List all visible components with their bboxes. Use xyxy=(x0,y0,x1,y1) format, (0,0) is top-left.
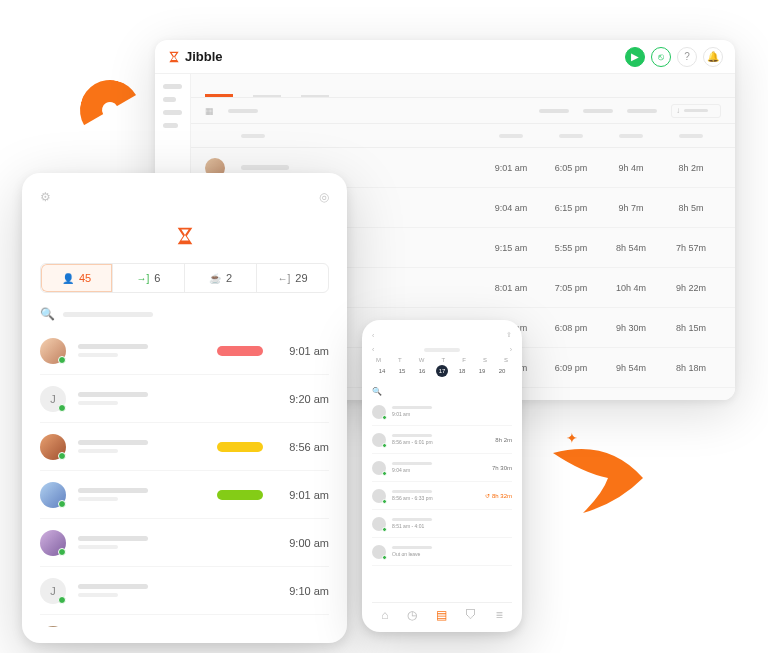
col-in: 9:04 am xyxy=(481,203,541,213)
decorative-plus-icon: ✦ xyxy=(566,430,578,446)
segment-all[interactable]: 👤 45 xyxy=(41,264,113,292)
sidebar-item[interactable] xyxy=(163,110,182,115)
col-in: 8:01 am xyxy=(481,283,541,293)
list-item[interactable]: 8:51 am - 4:01 xyxy=(372,510,512,538)
desktop-toolbar: ▦ xyxy=(191,98,735,124)
status-dot xyxy=(58,596,66,604)
segment-value: 2 xyxy=(226,272,232,284)
sidebar-item[interactable] xyxy=(163,84,182,89)
list-item[interactable]: 8:56 am - 6:01 pm8h 2m xyxy=(372,426,512,454)
jibble-logo-icon xyxy=(174,225,196,247)
back-icon[interactable]: ‹ xyxy=(372,332,374,339)
list-item[interactable]: 9:01 am xyxy=(40,471,329,519)
decorative-swoosh-left xyxy=(73,73,146,146)
cal-day-label: T xyxy=(441,357,445,363)
list-item[interactable]: 9:00 am xyxy=(40,519,329,567)
tablet-window: ⚙ ◎ 👤 45 →] 6 ☕ 2 ←] 29 🔍 9:01 amJ9:20 a… xyxy=(22,173,347,643)
segment-break[interactable]: ☕ 2 xyxy=(185,264,257,292)
next-icon[interactable]: › xyxy=(510,346,512,353)
search-placeholder xyxy=(63,312,153,317)
list-item[interactable]: Out on leave xyxy=(372,538,512,566)
target-icon[interactable]: ◎ xyxy=(319,190,329,204)
list-item[interactable]: 9:01 am xyxy=(372,398,512,426)
tablet-search[interactable]: 🔍 xyxy=(40,307,329,321)
segment-in[interactable]: →] 6 xyxy=(113,264,185,292)
phone-statusbar: ‹ ⇪ xyxy=(372,330,512,340)
tab-active[interactable] xyxy=(205,94,233,97)
avatar xyxy=(372,461,386,475)
col-total: 9h 4m xyxy=(601,163,661,173)
cal-day[interactable]: 20 xyxy=(496,365,508,377)
desktop-header-actions: ▶ ⎋ ? 🔔 xyxy=(625,47,723,67)
nav-menu-icon[interactable]: ≡ xyxy=(496,608,503,622)
list-item[interactable]: 9:01 am xyxy=(40,327,329,375)
notifications-button[interactable]: 🔔 xyxy=(703,47,723,67)
cal-day[interactable]: 17 xyxy=(436,365,448,377)
help-button[interactable]: ? xyxy=(677,47,697,67)
status-chip xyxy=(217,346,263,356)
cal-day[interactable]: 15 xyxy=(396,365,408,377)
item-duration: 7h 30m xyxy=(492,465,512,471)
col-payable: 8h 18m xyxy=(661,363,721,373)
col-total: 9h 30m xyxy=(601,323,661,333)
status-dot xyxy=(58,404,66,412)
avatar xyxy=(40,626,66,628)
brand-logo[interactable]: Jibble xyxy=(167,49,223,64)
col-payable: 8h 15m xyxy=(661,323,721,333)
cal-day[interactable]: 14 xyxy=(376,365,388,377)
tab[interactable] xyxy=(253,95,281,97)
item-duration: ↺ 8h 32m xyxy=(485,492,512,499)
nav-reports-icon[interactable]: ▤ xyxy=(436,608,447,622)
sidebar-item[interactable] xyxy=(163,97,176,102)
nav-timer-icon[interactable]: ◷ xyxy=(407,608,417,622)
sidebar-item[interactable] xyxy=(163,123,178,128)
cal-day-label: W xyxy=(419,357,425,363)
list-item[interactable]: J9:20 am xyxy=(40,375,329,423)
col-payable: 8h 2m xyxy=(661,163,721,173)
avatar xyxy=(40,482,66,508)
col-payable: 9h 22m xyxy=(661,283,721,293)
phone-date-nav: ‹ › xyxy=(372,346,512,353)
prev-icon[interactable]: ‹ xyxy=(372,346,374,353)
list-item[interactable]: 8:56 am xyxy=(40,423,329,471)
tab[interactable] xyxy=(301,95,329,97)
avatar xyxy=(372,489,386,503)
avatar: J xyxy=(40,386,66,412)
col-out: 6:08 pm xyxy=(541,323,601,333)
item-time: Out on leave xyxy=(392,551,506,557)
item-time: 9:01 am xyxy=(392,411,506,417)
settings-icon[interactable]: ⚙ xyxy=(40,190,51,204)
col-out: 6:09 pm xyxy=(541,363,601,373)
item-meta xyxy=(78,536,217,549)
calendar-icon[interactable]: ▦ xyxy=(205,106,214,116)
cal-day[interactable]: 16 xyxy=(416,365,428,377)
col-total: 9h 54m xyxy=(601,363,661,373)
avatar xyxy=(40,530,66,556)
list-item[interactable]: 8:56 am - 6:33 pm↺ 8h 32m xyxy=(372,482,512,510)
arrow-out-icon: ←] xyxy=(277,273,290,284)
cal-day[interactable]: 19 xyxy=(476,365,488,377)
phone-window: ‹ ⇪ ‹ › MTWTFSS 14151617181920 🔍 9:01 am… xyxy=(362,320,522,632)
list-item[interactable]: 9:13 am xyxy=(40,615,329,627)
cal-day[interactable]: 18 xyxy=(456,365,468,377)
avatar xyxy=(40,434,66,460)
list-item[interactable]: 9:04 am7h 30m xyxy=(372,454,512,482)
phone-search[interactable]: 🔍 xyxy=(372,387,512,396)
export-button[interactable] xyxy=(671,104,721,118)
nav-shield-icon[interactable]: ⛉ xyxy=(465,608,477,622)
nav-home-icon[interactable]: ⌂ xyxy=(381,608,388,622)
col-out: 7:05 pm xyxy=(541,283,601,293)
item-time: 8:56 am - 6:33 pm xyxy=(392,495,479,501)
table-header xyxy=(191,124,735,148)
user-status-button[interactable]: ⎋ xyxy=(651,47,671,67)
cal-day-label: M xyxy=(376,357,381,363)
list-item[interactable]: J9:10 am xyxy=(40,567,329,615)
item-meta xyxy=(78,440,217,453)
play-button[interactable]: ▶ xyxy=(625,47,645,67)
desktop-tabs xyxy=(191,74,735,98)
avatar xyxy=(372,405,386,419)
col-out: 6:05 pm xyxy=(541,163,601,173)
segment-out[interactable]: ←] 29 xyxy=(257,264,328,292)
export-icon[interactable]: ⇪ xyxy=(506,331,512,339)
item-time: 9:20 am xyxy=(275,393,329,405)
